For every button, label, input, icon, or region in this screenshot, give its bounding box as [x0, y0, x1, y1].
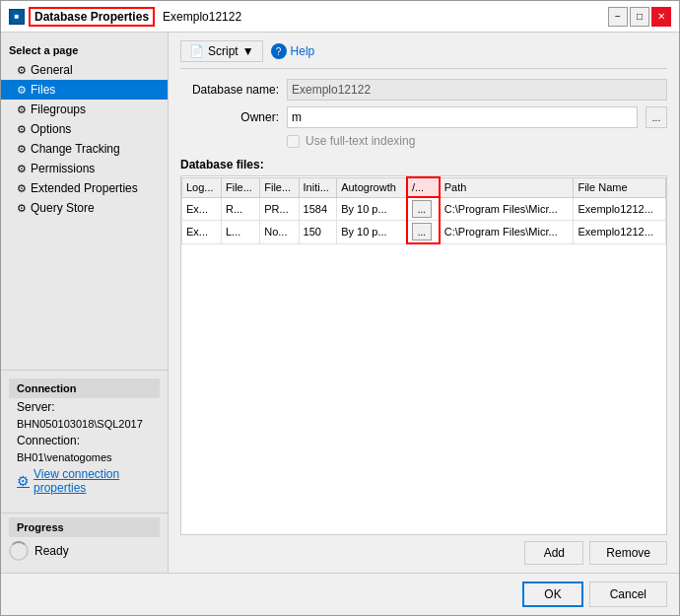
- cell-filegroup-0: PR...: [260, 197, 299, 221]
- sidebar-item-label: Filegroups: [31, 103, 86, 116]
- sidebar-item-label: Change Tracking: [31, 142, 120, 156]
- gear-icon: ⚙: [17, 143, 27, 156]
- server-value: BHN050103018\SQL2017: [9, 416, 160, 432]
- fulltext-checkbox-row: Use full-text indexing: [180, 134, 667, 148]
- toolbar: 📄 Script ▼ ? Help: [180, 40, 667, 69]
- gear-icon: ⚙: [17, 64, 27, 77]
- cell-path-0: C:\Program Files\Micr...: [440, 197, 574, 221]
- sidebar-item-general[interactable]: ⚙ General: [1, 60, 168, 80]
- cell-path-1: C:\Program Files\Micr...: [440, 221, 574, 244]
- connection-header: Connection: [9, 378, 160, 398]
- col-filename: File Name: [574, 177, 666, 197]
- view-connection-properties-link[interactable]: ⚙ View connection properties: [9, 465, 160, 497]
- action-row: Add Remove: [180, 541, 667, 565]
- progress-spinner: [9, 541, 29, 561]
- window-controls: − □ ✕: [608, 7, 671, 27]
- sidebar: Select a page ⚙ General ⚙ Files ⚙ Filegr…: [1, 33, 169, 573]
- script-button[interactable]: 📄 Script ▼: [180, 40, 263, 62]
- database-name-input[interactable]: [287, 79, 667, 101]
- remove-button[interactable]: Remove: [589, 541, 667, 565]
- help-button[interactable]: ? Help: [271, 43, 315, 59]
- sidebar-item-label: General: [31, 63, 73, 77]
- files-table: Log... File... File... Initi... Autogrow…: [181, 176, 666, 244]
- add-button[interactable]: Add: [524, 541, 583, 565]
- db-files-label: Database files:: [180, 158, 667, 171]
- minimize-button[interactable]: −: [608, 7, 628, 27]
- table-row: Ex... L... No... 150 By 10 p... ... C:\P…: [182, 221, 666, 244]
- select-a-page-label: Select a page: [1, 40, 168, 60]
- owner-row: Owner: ...: [180, 106, 667, 128]
- sidebar-item-filegroups[interactable]: ⚙ Filegroups: [1, 100, 168, 119]
- sidebar-item-options[interactable]: ⚙ Options: [1, 119, 168, 139]
- cell-autogrowth-0: By 10 p...: [337, 197, 407, 221]
- cell-filename-0: Exemplo1212...: [574, 197, 666, 221]
- connection-section: Connection Server: BHN050103018\SQL2017 …: [1, 370, 168, 505]
- gear-icon: ⚙: [17, 84, 27, 97]
- dialog-subtitle: Exemplo12122: [163, 10, 241, 24]
- col-initial: Initi...: [299, 177, 337, 197]
- dialog: ■ Database Properties Exemplo12122 − □ ✕…: [0, 0, 680, 616]
- owner-browse-button[interactable]: ...: [646, 106, 667, 128]
- db-files-section: Database files: Log... File... File... I…: [180, 158, 667, 565]
- browse-file-button-0[interactable]: ...: [412, 200, 432, 218]
- sidebar-item-files[interactable]: ⚙ Files: [1, 80, 168, 100]
- progress-header: Progress: [9, 517, 160, 537]
- script-icon: 📄: [189, 44, 204, 58]
- cell-browse-1: ...: [407, 221, 440, 244]
- footer: OK Cancel: [1, 573, 679, 615]
- table-row: Ex... R... PR... 1584 By 10 p... ... C:\…: [182, 197, 666, 221]
- sidebar-item-label: Query Store: [31, 201, 95, 215]
- close-button[interactable]: ✕: [651, 7, 671, 27]
- gear-icon: ⚙: [17, 123, 27, 136]
- gear-icon: ⚙: [17, 182, 27, 195]
- cell-logical-0: Ex...: [182, 197, 222, 221]
- sidebar-item-label: Permissions: [31, 162, 95, 175]
- title-bar-left: ■ Database Properties Exemplo12122: [9, 7, 608, 27]
- cell-filetype-1: L...: [221, 221, 259, 244]
- fulltext-label: Use full-text indexing: [306, 134, 415, 148]
- col-autogrowth: Autogrowth: [337, 177, 407, 197]
- fulltext-checkbox: [287, 135, 300, 148]
- script-label: Script: [208, 44, 238, 58]
- sidebar-item-label: Files: [31, 83, 55, 97]
- cell-initial-0: 1584: [299, 197, 337, 221]
- sidebar-item-label: Options: [31, 122, 71, 136]
- cell-autogrowth-1: By 10 p...: [337, 221, 407, 244]
- owner-label: Owner:: [180, 110, 279, 124]
- database-name-label: Database name:: [180, 83, 279, 97]
- server-label: Server:: [9, 398, 160, 416]
- table-header-row: Log... File... File... Initi... Autogrow…: [182, 177, 666, 197]
- help-label: Help: [291, 44, 315, 58]
- cell-filetype-0: R...: [221, 197, 259, 221]
- sidebar-item-label: Extended Properties: [31, 181, 138, 195]
- progress-status: Ready: [34, 544, 69, 558]
- cell-filename-1: Exemplo1212...: [574, 221, 666, 244]
- cancel-button[interactable]: Cancel: [589, 582, 667, 607]
- sidebar-item-extended-properties[interactable]: ⚙ Extended Properties: [1, 178, 168, 198]
- cell-initial-1: 150: [299, 221, 337, 244]
- connection-label: Connection:: [9, 432, 160, 449]
- sidebar-item-permissions[interactable]: ⚙ Permissions: [1, 159, 168, 178]
- database-name-row: Database name:: [180, 79, 667, 101]
- database-icon: ■: [9, 9, 25, 25]
- cell-logical-1: Ex...: [182, 221, 222, 244]
- col-path: Path: [440, 177, 574, 197]
- gear-icon: ⚙: [17, 163, 27, 175]
- col-browse: /...: [407, 177, 440, 197]
- sidebar-item-change-tracking[interactable]: ⚙ Change Tracking: [1, 139, 168, 159]
- title-bar: ■ Database Properties Exemplo12122 − □ ✕: [1, 1, 679, 33]
- cell-filegroup-1: No...: [260, 221, 299, 244]
- ok-button[interactable]: OK: [522, 582, 582, 607]
- dialog-title: Database Properties: [29, 7, 155, 27]
- col-filetype: File...: [221, 177, 259, 197]
- maximize-button[interactable]: □: [630, 7, 649, 27]
- gear-icon: ⚙: [17, 103, 27, 116]
- progress-section: Progress Ready: [1, 513, 168, 565]
- owner-input[interactable]: [287, 106, 638, 128]
- script-dropdown-icon: ▼: [242, 44, 254, 58]
- col-filegroup: File...: [260, 177, 299, 197]
- sidebar-item-query-store[interactable]: ⚙ Query Store: [1, 198, 168, 218]
- dialog-body: Select a page ⚙ General ⚙ Files ⚙ Filegr…: [1, 33, 679, 573]
- cell-browse-0: ...: [407, 197, 440, 221]
- browse-file-button-1[interactable]: ...: [412, 223, 432, 240]
